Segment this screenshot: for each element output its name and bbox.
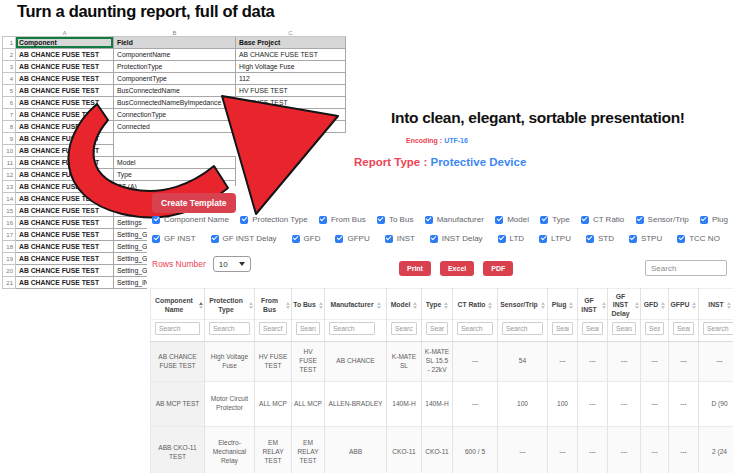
- column-header-manufacturer[interactable]: Manufacturer: [325, 289, 387, 320]
- checkbox-label: CT Ratio: [593, 215, 624, 224]
- checkbox-checked-icon[interactable]: [586, 235, 594, 243]
- column-header-gf-inst[interactable]: GF INST: [578, 289, 608, 320]
- column-header-text: Type: [426, 301, 441, 309]
- checkbox-field-from-bus[interactable]: From Bus: [319, 215, 366, 224]
- column-search-input[interactable]: [391, 322, 417, 335]
- checkbox-field-to-bus[interactable]: To Bus: [377, 215, 413, 224]
- table-cell: AB CHANCE FUSE TEST: [151, 342, 205, 382]
- checkbox-checked-icon[interactable]: [540, 216, 548, 224]
- column-search-input[interactable]: [329, 322, 375, 335]
- checkbox-label: LTPU: [551, 234, 571, 243]
- column-header-gfd[interactable]: GFD: [641, 289, 669, 320]
- column-header-gf-inst-delay[interactable]: GF INST Delay: [608, 289, 641, 320]
- column-header-ct-ratio[interactable]: CT Ratio: [453, 289, 498, 320]
- checkbox-field-manufacturer[interactable]: Manufacturer: [425, 215, 484, 224]
- checkbox-checked-icon[interactable]: [211, 235, 219, 243]
- checkbox-setting-gf-inst-delay[interactable]: GF INST Delay: [211, 234, 277, 243]
- column-search-input[interactable]: [673, 322, 694, 335]
- excel-button[interactable]: Excel: [440, 261, 474, 276]
- column-header-plug[interactable]: Plug: [548, 289, 578, 320]
- print-button[interactable]: Print: [399, 261, 431, 276]
- column-header-inst[interactable]: INST: [699, 289, 733, 320]
- checkbox-label: Protection Type: [252, 215, 307, 224]
- checkbox-setting-gf-inst[interactable]: GF INST: [152, 234, 196, 243]
- sort-icon: [377, 302, 381, 309]
- column-header-component-name[interactable]: Component Name: [151, 289, 205, 320]
- checkbox-checked-icon[interactable]: [539, 235, 547, 243]
- column-search-input[interactable]: [502, 322, 543, 335]
- checkbox-field-component-name[interactable]: Component Name: [152, 215, 229, 224]
- pdf-button[interactable]: PDF: [483, 261, 513, 276]
- checkbox-label: To Bus: [389, 215, 413, 224]
- checkbox-checked-icon[interactable]: [240, 216, 248, 224]
- checkbox-setting-gfpu[interactable]: GFPU: [335, 234, 369, 243]
- sort-down-arrow: [286, 306, 290, 309]
- checkbox-field-ct-ratio[interactable]: CT Ratio: [581, 215, 624, 224]
- sheet-row-number: 21: [3, 277, 16, 289]
- column-header-label: Plug: [548, 289, 577, 319]
- column-search-input[interactable]: [612, 322, 636, 335]
- column-header-gfpu[interactable]: GFPU: [669, 289, 699, 320]
- column-header-from-bus[interactable]: From Bus: [255, 289, 292, 320]
- column-header-sensor-trip[interactable]: Sensor/Trip: [498, 289, 548, 320]
- checkbox-checked-icon[interactable]: [152, 235, 160, 243]
- sort-down-arrow: [444, 306, 448, 309]
- checkbox-setting-std[interactable]: STD: [586, 234, 614, 243]
- checkbox-checked-icon[interactable]: [292, 235, 300, 243]
- table-cell: ---: [578, 342, 608, 382]
- checkbox-setting-ltd[interactable]: LTD: [498, 234, 525, 243]
- rows-number-select[interactable]: 10: [213, 256, 251, 272]
- checkbox-checked-icon[interactable]: [385, 235, 393, 243]
- rows-number-label: Rows Number: [152, 259, 206, 269]
- checkbox-setting-gfd[interactable]: GFD: [292, 234, 321, 243]
- column-header-label: INST: [699, 289, 733, 319]
- checkbox-checked-icon[interactable]: [700, 216, 708, 224]
- checkbox-checked-icon[interactable]: [152, 216, 160, 224]
- column-header-model[interactable]: Model: [387, 289, 422, 320]
- sheet-row-number: 1: [3, 37, 16, 49]
- checkbox-checked-icon[interactable]: [425, 216, 433, 224]
- create-template-button[interactable]: Create Template: [152, 193, 236, 213]
- checkbox-setting-stpu[interactable]: STPU: [629, 234, 662, 243]
- column-search-input[interactable]: [703, 322, 733, 335]
- column-header-type[interactable]: Type: [422, 289, 453, 320]
- column-search-input[interactable]: [645, 322, 664, 335]
- checkbox-checked-icon[interactable]: [319, 216, 327, 224]
- column-search-input[interactable]: [426, 322, 448, 335]
- checkbox-field-sensor-trip[interactable]: Sensor/Trip: [636, 215, 689, 224]
- global-search-input[interactable]: [645, 260, 727, 276]
- column-search-cell: [255, 320, 292, 342]
- checkbox-checked-icon[interactable]: [581, 216, 589, 224]
- column-header-to-bus[interactable]: To Bus: [292, 289, 325, 320]
- column-search-input[interactable]: [552, 322, 573, 335]
- checkbox-setting-ltpu[interactable]: LTPU: [539, 234, 571, 243]
- checkbox-setting-inst[interactable]: INST: [385, 234, 415, 243]
- checkbox-field-model[interactable]: Model: [495, 215, 529, 224]
- checkbox-checked-icon[interactable]: [495, 216, 503, 224]
- checkbox-checked-icon[interactable]: [430, 235, 438, 243]
- checkbox-checked-icon[interactable]: [677, 235, 685, 243]
- checkbox-field-type[interactable]: Type: [540, 215, 569, 224]
- column-search-input[interactable]: [457, 322, 493, 335]
- column-header-protection-type[interactable]: Protection Type: [205, 289, 255, 320]
- checkbox-checked-icon[interactable]: [335, 235, 343, 243]
- checkbox-checked-icon[interactable]: [636, 216, 644, 224]
- column-search-input[interactable]: [155, 322, 200, 335]
- table-cell: 100: [548, 382, 578, 427]
- checkbox-setting-inst-delay[interactable]: INST Delay: [430, 234, 483, 243]
- checkbox-checked-icon[interactable]: [377, 216, 385, 224]
- report-type-value: Protective Device: [430, 156, 526, 168]
- table-cell: ALLEN-BRADLEY: [325, 382, 387, 427]
- column-search-input[interactable]: [259, 322, 287, 335]
- field-checkbox-row: Component NameProtection TypeFrom BusTo …: [152, 215, 728, 224]
- checkbox-setting-tcc-no[interactable]: TCC NO: [677, 234, 720, 243]
- checkbox-field-protection-type[interactable]: Protection Type: [240, 215, 307, 224]
- sheet-row-number: 6: [3, 97, 16, 109]
- checkbox-checked-icon[interactable]: [498, 235, 506, 243]
- checkbox-field-plug[interactable]: Plug: [700, 215, 728, 224]
- column-search-input[interactable]: [582, 322, 603, 335]
- table-row: AB MCP TESTMotor Circuit ProtectorALL MC…: [151, 382, 733, 427]
- column-search-input[interactable]: [296, 322, 320, 335]
- column-search-input[interactable]: [209, 322, 250, 335]
- checkbox-checked-icon[interactable]: [629, 235, 637, 243]
